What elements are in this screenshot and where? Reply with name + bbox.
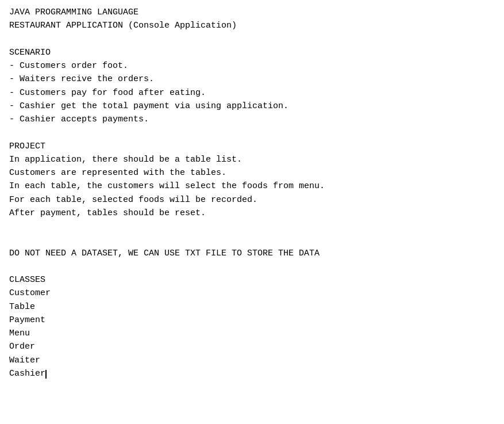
document-line: Order [9, 342, 35, 352]
document-line: - Cashier accepts payments. [9, 114, 149, 124]
document-line: Customer [9, 288, 51, 298]
document-line: DO NOT NEED A DATASET, WE CAN USE TXT FI… [9, 249, 320, 258]
document-line: - Cashier get the total payment via usin… [9, 101, 288, 111]
document-line: In application, there should be a table … [9, 155, 242, 165]
document-line: - Customers pay for food after eating. [9, 88, 206, 98]
document-line: - Customers order foot. [9, 61, 128, 71]
document-line: Table [9, 302, 35, 312]
document-line: Customers are represented with the table… [9, 168, 226, 178]
document-line: SCENARIO [9, 48, 51, 58]
text-cursor [45, 370, 47, 379]
document-line: Waiter [9, 356, 40, 365]
document-line: For each table, selected foods will be r… [9, 195, 257, 205]
document-line: Cashier [9, 369, 47, 379]
document-line: JAVA PROGRAMMING LANGUAGE [9, 7, 138, 17]
document-content: JAVA PROGRAMMING LANGUAGE RESTAURANT APP… [9, 6, 495, 380]
document-line: RESTAURANT APPLICATION (Console Applicat… [9, 21, 237, 30]
document-line: Payment [9, 315, 45, 325]
document-line: CLASSES [9, 275, 45, 285]
document-line: Menu [9, 328, 30, 338]
document-line: In each table, the customers will select… [9, 181, 325, 191]
document-line: After payment, tables should be reset. [9, 208, 206, 218]
document-line: PROJECT [9, 142, 45, 151]
document-line: - Waiters recive the orders. [9, 74, 154, 84]
